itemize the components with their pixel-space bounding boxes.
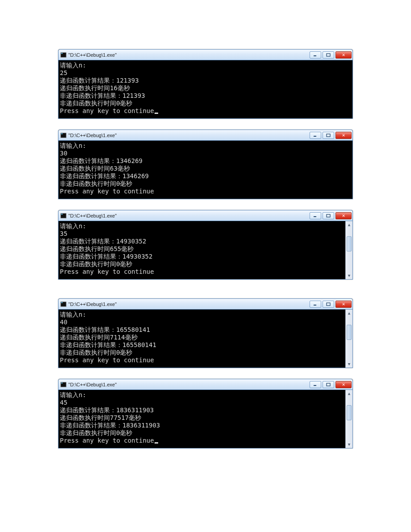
scroll-down-icon[interactable]: ▼ [346,441,352,448]
scroll-up-icon[interactable]: ▲ [346,221,352,228]
close-button[interactable]: ✕ [336,301,352,308]
scroll-track[interactable] [346,228,352,272]
console-body[interactable]: 请输入n:45递归函数计算结果：1836311903递归函数执行时间77517毫… [59,390,345,448]
console-line: 递归函数执行时间7114毫秒 [60,334,344,341]
window-buttons: ✕ [310,212,352,219]
console-line: 非递归函数计算结果：121393 [60,92,351,100]
console-body[interactable]: 请输入n:35递归函数计算结果：14930352递归函数执行时间655毫秒非递归… [59,221,345,279]
console-window: "D:\C++\Debug\1.exe"✕请输入n:40递归函数计算结果：165… [58,298,353,368]
close-button[interactable]: ✕ [336,381,352,388]
svg-rect-7 [327,134,330,137]
console-line: 递归函数执行时间16毫秒 [60,84,351,92]
console-line: 递归函数计算结果：1346269 [60,157,351,165]
console-line: Press any key to continue [60,268,344,276]
titlebar[interactable]: "D:\C++\Debug\1.exe"✕ [59,130,352,141]
scroll-down-icon[interactable]: ▼ [346,272,352,279]
svg-rect-10 [314,216,316,217]
console-line: 递归函数执行时间77517毫秒 [60,414,344,422]
scroll-down-icon[interactable]: ▼ [346,360,352,368]
console-body[interactable]: 请输入n:25递归函数计算结果：121393递归函数执行时间16毫秒非递归函数计… [59,60,352,118]
console-line: 递归函数计算结果：14930352 [60,238,344,245]
console-body-wrap: 请输入n:45递归函数计算结果：1836311903递归函数执行时间77517毫… [59,390,352,448]
console-line: 非递归函数计算结果：14930352 [60,253,344,260]
vertical-scrollbar[interactable]: ▲▼ [345,390,352,448]
console-body[interactable]: 请输入n:30递归函数计算结果：1346269递归函数执行时间63毫秒非递归函数… [59,141,352,199]
console-body-wrap: 请输入n:25递归函数计算结果：121393递归函数执行时间16毫秒非递归函数计… [59,60,352,118]
titlebar[interactable]: "D:\C++\Debug\1.exe"✕ [59,210,352,221]
scroll-thumb[interactable] [347,405,352,420]
close-button[interactable]: ✕ [336,132,352,139]
scroll-track[interactable] [346,397,352,441]
console-line: 非递归函数计算结果：1346269 [60,172,351,180]
titlebar[interactable]: "D:\C++\Debug\1.exe"✕ [59,299,352,310]
scroll-thumb[interactable] [347,236,352,251]
cursor-icon [155,113,158,114]
svg-rect-3 [327,54,330,56]
window-buttons: ✕ [310,51,352,59]
minimize-button[interactable] [310,301,321,308]
scroll-up-icon[interactable]: ▲ [346,390,352,397]
svg-rect-9 [61,214,63,214]
console-line: 非递归函数执行时间0毫秒 [60,100,351,107]
svg-rect-13 [61,302,63,303]
console-body[interactable]: 请输入n:40递归函数计算结果：165580141递归函数执行时间7114毫秒非… [59,310,345,368]
svg-rect-19 [327,383,330,386]
close-button[interactable]: ✕ [336,51,352,59]
window-buttons: ✕ [310,301,352,308]
window-title: "D:\C++\Debug\1.exe" [68,133,310,138]
minimize-button[interactable] [310,381,321,388]
minimize-button[interactable] [310,51,321,59]
console-line: 递归函数执行时间655毫秒 [60,245,344,253]
console-line: 请输入n: [60,311,344,318]
console-line: 递归函数执行时间63毫秒 [60,165,351,172]
maximize-button[interactable] [323,212,334,219]
svg-rect-5 [61,133,63,134]
scroll-up-icon[interactable]: ▲ [346,310,352,317]
console-line: 请输入n: [60,62,351,69]
svg-rect-18 [314,385,316,386]
cmd-icon [60,381,67,388]
minimize-button[interactable] [310,132,321,139]
svg-rect-17 [61,382,63,383]
cmd-icon [60,132,67,138]
console-line: 非递归函数执行时间0毫秒 [60,429,344,437]
vertical-scrollbar[interactable]: ▲▼ [345,310,352,368]
vertical-scrollbar[interactable]: ▲▼ [345,221,352,279]
console-line: 递归函数计算结果：1836311903 [60,406,344,414]
console-line: Press any key to continue [60,437,344,444]
maximize-button[interactable] [323,381,334,388]
window-title: "D:\C++\Debug\1.exe" [68,52,310,58]
svg-rect-14 [314,305,316,306]
scroll-track[interactable] [346,317,352,360]
window-title: "D:\C++\Debug\1.exe" [68,382,310,387]
svg-rect-1 [61,53,63,54]
console-line: 35 [60,230,344,238]
maximize-button[interactable] [323,51,334,59]
console-line: 递归函数计算结果：165580141 [60,326,344,334]
scroll-thumb[interactable] [347,325,352,340]
console-line: 40 [60,318,344,326]
svg-rect-6 [314,136,316,137]
cmd-icon [60,52,67,58]
svg-rect-11 [327,214,330,217]
console-line: 30 [60,150,351,157]
console-body-wrap: 请输入n:40递归函数计算结果：165580141递归函数执行时间7114毫秒非… [59,310,352,368]
maximize-button[interactable] [323,132,334,139]
console-window: "D:\C++\Debug\1.exe"✕请输入n:45递归函数计算结果：183… [58,379,353,448]
maximize-button[interactable] [323,301,334,308]
console-body-wrap: 请输入n:30递归函数计算结果：1346269递归函数执行时间63毫秒非递归函数… [59,141,352,199]
titlebar[interactable]: "D:\C++\Debug\1.exe"✕ [59,379,352,390]
close-button[interactable]: ✕ [336,212,352,219]
console-line: 非递归函数计算结果：1836311903 [60,422,344,429]
console-line: 25 [60,69,351,77]
minimize-button[interactable] [310,212,321,219]
window-title: "D:\C++\Debug\1.exe" [68,213,310,218]
console-line: Press any key to continue [60,188,351,195]
window-buttons: ✕ [310,381,352,388]
titlebar[interactable]: "D:\C++\Debug\1.exe"✕ [59,50,352,60]
console-line: 递归函数计算结果：121393 [60,77,351,84]
console-line: 请输入n: [60,142,351,150]
window-buttons: ✕ [310,132,352,139]
console-line: 45 [60,399,344,406]
console-window: "D:\C++\Debug\1.exe"✕请输入n:30递归函数计算结果：134… [58,130,353,199]
